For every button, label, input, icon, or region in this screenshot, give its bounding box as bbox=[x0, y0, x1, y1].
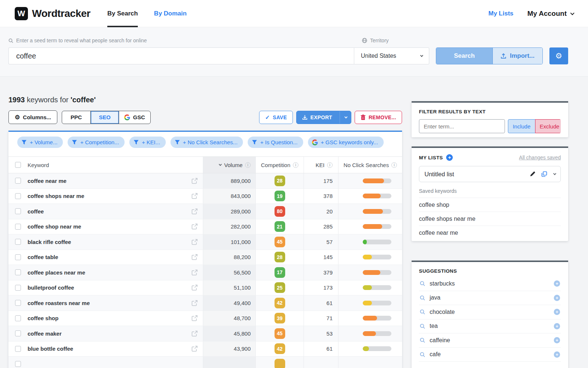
add-suggestion-button[interactable]: + bbox=[554, 323, 560, 329]
filter-chip[interactable]: + Competition... bbox=[68, 137, 124, 148]
select-all-checkbox[interactable] bbox=[15, 162, 21, 168]
external-link-icon[interactable] bbox=[191, 208, 198, 215]
export-button[interactable]: EXPORT bbox=[296, 111, 351, 124]
add-suggestion-button[interactable]: + bbox=[554, 280, 560, 287]
row-checkbox[interactable] bbox=[15, 178, 21, 184]
tab-by-domain[interactable]: By Domain bbox=[154, 0, 187, 27]
keyword-text[interactable]: coffee bbox=[28, 208, 44, 215]
suggestion-item[interactable]: starbucks + bbox=[419, 277, 561, 291]
suggestion-item[interactable]: caffeine + bbox=[419, 333, 561, 348]
saved-keyword-item[interactable]: coffee near me bbox=[419, 226, 561, 240]
chevron-down-icon[interactable] bbox=[553, 172, 556, 175]
external-link-icon[interactable] bbox=[191, 284, 198, 291]
keyword-text[interactable]: coffee places near me bbox=[28, 269, 85, 276]
info-icon[interactable]: i bbox=[391, 162, 397, 168]
funnel-icon bbox=[21, 139, 27, 145]
info-icon[interactable]: i bbox=[293, 162, 298, 168]
external-link-icon[interactable] bbox=[191, 178, 198, 184]
filter-chip[interactable]: + GSC keywords only... bbox=[308, 137, 384, 148]
mode-tab-gsc[interactable]: GSC bbox=[119, 111, 150, 124]
mode-tab-seo[interactable]: SEO bbox=[90, 111, 119, 124]
pencil-icon[interactable] bbox=[530, 171, 535, 177]
external-link-icon[interactable] bbox=[191, 223, 198, 230]
seed-input[interactable] bbox=[8, 47, 354, 64]
info-icon[interactable]: i bbox=[245, 162, 251, 168]
row-checkbox[interactable] bbox=[15, 239, 21, 245]
column-volume[interactable]: Volume i bbox=[203, 157, 255, 173]
external-link-icon[interactable] bbox=[191, 315, 198, 321]
filter-chip[interactable]: + KEI... bbox=[129, 137, 166, 148]
info-icon[interactable]: i bbox=[327, 162, 333, 168]
external-link-icon[interactable] bbox=[191, 239, 198, 245]
suggestion-text: chocolate bbox=[430, 309, 455, 315]
search-button[interactable]: Search bbox=[436, 48, 492, 64]
exclude-button[interactable]: Exclude bbox=[535, 119, 561, 133]
keyword-text[interactable]: bulletproof coffee bbox=[28, 284, 74, 291]
export-dropdown[interactable] bbox=[340, 111, 351, 124]
current-list-selector[interactable]: Untitled list bbox=[419, 166, 561, 182]
main-nav: By Search By Domain bbox=[107, 0, 187, 27]
filter-chip[interactable]: + Volume... bbox=[17, 137, 63, 148]
saved-keyword-item[interactable]: coffee shop bbox=[419, 198, 561, 212]
tab-by-search[interactable]: By Search bbox=[107, 0, 138, 27]
filter-term-input[interactable] bbox=[419, 119, 505, 133]
row-checkbox[interactable] bbox=[15, 208, 21, 214]
keyword-text[interactable]: coffee shop near me bbox=[28, 223, 81, 230]
keyword-text[interactable]: coffee table bbox=[28, 254, 58, 260]
suggestion-item[interactable]: java + bbox=[419, 291, 561, 305]
save-button[interactable]: ✓ SAVE bbox=[259, 111, 293, 124]
include-button[interactable]: Include bbox=[508, 119, 535, 133]
suggestion-item[interactable]: chocolate + bbox=[419, 305, 561, 319]
row-checkbox[interactable] bbox=[15, 315, 21, 321]
add-list-button[interactable]: + bbox=[446, 154, 453, 161]
row-checkbox[interactable] bbox=[15, 193, 21, 199]
row-checkbox[interactable] bbox=[15, 361, 21, 367]
competition-badge: 28 bbox=[275, 176, 285, 186]
add-suggestion-button[interactable]: + bbox=[554, 309, 560, 315]
mode-tab-ppc[interactable]: PPC bbox=[62, 111, 90, 124]
filter-chip[interactable]: + No Click Searches... bbox=[171, 137, 243, 148]
brand-logo[interactable]: W Wordtracker bbox=[15, 7, 90, 20]
column-kei[interactable]: KEI i bbox=[304, 157, 338, 173]
keyword-text[interactable]: coffee maker bbox=[28, 330, 62, 337]
external-link-icon[interactable] bbox=[191, 193, 198, 199]
territory-select[interactable]: United States bbox=[354, 47, 429, 64]
row-checkbox[interactable] bbox=[15, 254, 21, 260]
row-checkbox[interactable] bbox=[15, 285, 21, 291]
external-link-icon[interactable] bbox=[191, 300, 198, 306]
add-suggestion-button[interactable]: + bbox=[554, 351, 560, 358]
remove-button[interactable]: REMOVE... bbox=[355, 111, 402, 124]
my-account-menu[interactable]: My Account bbox=[527, 10, 573, 18]
add-suggestion-button[interactable]: + bbox=[554, 295, 560, 301]
column-keyword[interactable]: Keyword bbox=[28, 157, 203, 173]
row-checkbox[interactable] bbox=[15, 330, 21, 336]
row-checkbox[interactable] bbox=[15, 224, 21, 230]
saved-keyword-item[interactable]: coffee shops near me bbox=[419, 212, 561, 226]
suggestion-item[interactable]: tea + bbox=[419, 319, 561, 334]
import-button[interactable]: Import... bbox=[492, 48, 542, 64]
columns-button[interactable]: ⚙ Columns... bbox=[8, 110, 57, 124]
external-link-icon[interactable] bbox=[191, 254, 198, 260]
filter-chip[interactable]: + Is Question... bbox=[248, 137, 303, 148]
keyword-text[interactable]: coffee roasters near me bbox=[28, 300, 90, 306]
external-link-icon[interactable] bbox=[191, 346, 198, 352]
add-suggestion-button[interactable]: + bbox=[554, 337, 560, 343]
row-checkbox[interactable] bbox=[15, 300, 21, 306]
keyword-text[interactable]: coffee near me bbox=[28, 178, 67, 184]
external-link-icon[interactable] bbox=[191, 330, 198, 337]
row-checkbox[interactable] bbox=[15, 346, 21, 352]
keyword-text[interactable]: coffee shops near me bbox=[28, 193, 84, 199]
my-lists-link[interactable]: My Lists bbox=[488, 10, 513, 17]
external-link-icon[interactable] bbox=[191, 269, 198, 276]
duplicate-icon[interactable] bbox=[541, 171, 547, 177]
suggestion-item[interactable]: cafe + bbox=[419, 348, 561, 362]
keyword-text[interactable]: black rifle coffee bbox=[28, 239, 71, 245]
keyword-text[interactable]: blue bottle coffee bbox=[28, 346, 73, 352]
column-no-click-searches[interactable]: No Click Searches i bbox=[338, 157, 402, 173]
row-checkbox[interactable] bbox=[15, 269, 21, 275]
keyword-text[interactable]: coffee shop bbox=[28, 315, 58, 321]
all-changes-saved-link[interactable]: All changes saved bbox=[519, 155, 561, 160]
column-competition[interactable]: Competition i bbox=[255, 157, 304, 173]
search-icon bbox=[420, 337, 425, 343]
settings-button[interactable]: ⚙ bbox=[549, 47, 568, 64]
